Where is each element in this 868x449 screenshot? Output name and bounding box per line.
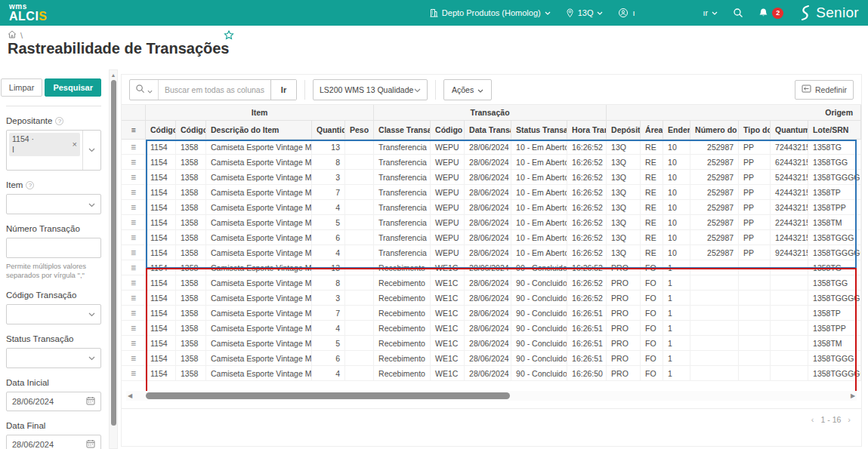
item-label: Item xyxy=(6,180,23,189)
group-header-row: Item Transação Origem xyxy=(122,105,861,121)
table-row[interactable]: ≡11541358Camiseta Esporte Vintage Mascul… xyxy=(122,291,861,306)
table-row[interactable]: ≡11541358Camiseta Esporte Vintage Mascul… xyxy=(122,260,861,275)
row-drag-handle-icon[interactable]: ≡ xyxy=(122,351,146,366)
row-menu-header-icon[interactable]: ≡ xyxy=(122,121,146,140)
grid-search-input[interactable] xyxy=(159,80,270,100)
data-final-input[interactable]: 28/06/2024 xyxy=(6,435,101,449)
view-select[interactable]: LS200 WMS 13 Qualidade xyxy=(313,79,428,100)
department-selector[interactable]: Depto Produtos (Homolog) xyxy=(429,8,551,17)
row-drag-handle-icon[interactable]: ≡ xyxy=(122,366,146,381)
col-codigo-transacao[interactable]: Código Tra xyxy=(431,121,465,140)
cell: 1358TP xyxy=(808,306,861,321)
row-drag-handle-icon[interactable]: ≡ xyxy=(122,230,146,245)
col-data-transacao[interactable]: Data Transação.. xyxy=(465,121,511,140)
col-descricao[interactable]: Descrição do Item xyxy=(206,121,312,140)
cell: WE1C xyxy=(431,336,465,351)
col-tipo-un[interactable]: Tipo do Uni xyxy=(739,121,771,140)
support-menu[interactable]: ı xyxy=(618,8,635,18)
col-deposito[interactable]: Depósito. xyxy=(607,121,641,140)
table-row[interactable]: ≡11541358Camiseta Esporte Vintage Mascul… xyxy=(122,155,861,170)
row-drag-handle-icon[interactable]: ≡ xyxy=(122,291,146,306)
depositante-multiselect[interactable]: 1154 ·I × xyxy=(6,130,101,171)
table-row[interactable]: ≡11541358Camiseta Esporte Vintage Mascul… xyxy=(122,275,861,291)
global-search-button[interactable] xyxy=(733,8,743,18)
row-drag-handle-icon[interactable]: ≡ xyxy=(122,275,146,291)
notifications-button[interactable]: 2 xyxy=(758,8,783,19)
item-select[interactable] xyxy=(6,194,101,214)
row-drag-handle-icon[interactable]: ≡ xyxy=(122,185,146,200)
scroll-left-arrow[interactable]: ◀ xyxy=(126,391,134,401)
table-row[interactable]: ≡11541358Camiseta Esporte Vintage Mascul… xyxy=(122,245,861,260)
col-codigo2[interactable]: Código xyxy=(176,121,206,140)
col-endereco[interactable]: Endere xyxy=(663,121,690,140)
prev-page-icon[interactable]: ‹ xyxy=(811,415,814,424)
horizontal-scrollbar-thumb[interactable] xyxy=(146,392,510,399)
col-status-transacao[interactable]: Status Transação. xyxy=(511,121,567,140)
vertical-scrollbar[interactable]: ▲ xyxy=(109,69,118,449)
home-icon[interactable] xyxy=(8,30,17,40)
table-row[interactable]: ≡11541358Camiseta Esporte Vintage Mascul… xyxy=(122,200,861,215)
cell xyxy=(345,336,374,351)
row-drag-handle-icon[interactable]: ≡ xyxy=(122,170,146,185)
horizontal-scrollbar[interactable]: ◀ ▶ xyxy=(126,391,857,401)
row-drag-handle-icon[interactable]: ≡ xyxy=(122,140,146,155)
col-peso[interactable]: Peso xyxy=(345,121,374,140)
col-codigo1[interactable]: Código xyxy=(146,121,176,140)
table-row[interactable]: ≡11541358Camiseta Esporte Vintage Mascul… xyxy=(122,351,861,366)
row-drag-handle-icon[interactable]: ≡ xyxy=(122,260,146,275)
cell: 1 xyxy=(663,306,690,321)
next-page-icon[interactable]: › xyxy=(848,415,851,424)
cell: Transferencia xyxy=(374,140,431,155)
col-hora-transacao[interactable]: Hora Transaç xyxy=(567,121,607,140)
col-quantidade[interactable]: Quantidade.. xyxy=(312,121,345,140)
table-row[interactable]: ≡11541358Camiseta Esporte Vintage Mascul… xyxy=(122,336,861,351)
col-classe-transacao[interactable]: Classe Transação. xyxy=(374,121,431,140)
table-row[interactable]: ≡11541358Camiseta Esporte Vintage Mascul… xyxy=(122,185,861,200)
vertical-scrollbar-thumb[interactable] xyxy=(111,80,116,426)
scroll-right-arrow[interactable]: ▶ xyxy=(849,391,857,401)
wms-alcis-logo[interactable]: wms ALCIS xyxy=(9,3,48,23)
chip-remove-icon[interactable]: × xyxy=(73,139,77,149)
cell: WE1C xyxy=(431,321,465,336)
col-quantum[interactable]: Quantum xyxy=(771,121,808,140)
help-icon[interactable]: ? xyxy=(55,117,63,125)
col-numero-un[interactable]: Número do Un xyxy=(690,121,739,140)
numero-transacao-input[interactable] xyxy=(6,238,101,258)
table-row[interactable]: ≡11541358Camiseta Esporte Vintage Mascul… xyxy=(122,230,861,245)
calendar-icon[interactable] xyxy=(86,396,95,407)
help-icon[interactable]: ? xyxy=(26,181,34,189)
search-scope-button[interactable] xyxy=(130,80,159,100)
calendar-icon[interactable] xyxy=(86,439,95,449)
table-row[interactable]: ≡11541358Camiseta Esporte Vintage Mascul… xyxy=(122,306,861,321)
row-drag-handle-icon[interactable]: ≡ xyxy=(122,306,146,321)
data-inicial-input[interactable]: 28/06/2024 xyxy=(6,392,101,411)
row-drag-handle-icon[interactable]: ≡ xyxy=(122,200,146,215)
col-area[interactable]: Área xyxy=(641,121,663,140)
user-menu[interactable]: ır xyxy=(703,8,718,17)
reset-button[interactable]: Redefinir xyxy=(795,80,854,100)
table-row[interactable]: ≡11541358Camiseta Esporte Vintage Mascul… xyxy=(122,170,861,185)
row-drag-handle-icon[interactable]: ≡ xyxy=(122,321,146,336)
row-drag-handle-icon[interactable]: ≡ xyxy=(122,336,146,351)
row-drag-handle-icon[interactable]: ≡ xyxy=(122,215,146,230)
table-row[interactable]: ≡11541358Camiseta Esporte Vintage Mascul… xyxy=(122,215,861,230)
status-transacao-select[interactable] xyxy=(6,348,101,368)
depositante-dropdown-toggle[interactable] xyxy=(82,131,100,170)
codigo-transacao-select[interactable] xyxy=(6,304,101,324)
table-row[interactable]: ≡11541358Camiseta Esporte Vintage Mascul… xyxy=(122,321,861,336)
senior-logo-icon xyxy=(798,5,811,21)
scroll-up-arrow[interactable]: ▲ xyxy=(110,70,117,78)
cell: 624432157 xyxy=(771,155,808,170)
search-button[interactable]: Pesquisar xyxy=(45,78,101,97)
site-selector[interactable]: 13Q xyxy=(566,8,604,18)
cell: 13Q xyxy=(607,170,641,185)
col-lote-srn[interactable]: Lote/SRN xyxy=(808,121,861,140)
search-go-button[interactable]: Ir xyxy=(270,80,296,100)
actions-button[interactable]: Ações xyxy=(443,79,492,100)
cell: 1358TG xyxy=(808,260,861,275)
row-drag-handle-icon[interactable]: ≡ xyxy=(122,245,146,260)
clear-button[interactable]: Limpar xyxy=(1,78,43,97)
table-row[interactable]: ≡11541358Camiseta Esporte Vintage Mascul… xyxy=(122,140,861,155)
table-row[interactable]: ≡11541358Camiseta Esporte Vintage Mascul… xyxy=(122,366,861,381)
row-drag-handle-icon[interactable]: ≡ xyxy=(122,155,146,170)
